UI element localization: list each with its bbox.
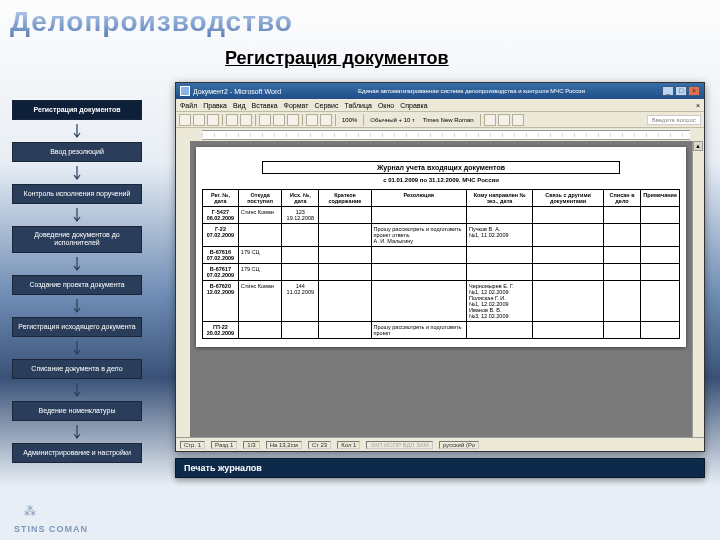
font-box[interactable]: Times New Roman: [423, 117, 474, 123]
document-area: Журнал учета входящих документов с 01.01…: [190, 141, 692, 437]
system-title: Единая автоматизированная система делопр…: [358, 88, 585, 94]
menu-view[interactable]: Вид: [233, 102, 246, 109]
table-cell: 179 СЦ: [238, 264, 282, 281]
italic-icon[interactable]: [498, 114, 510, 126]
nav-admin[interactable]: Администрирование и настройки: [12, 443, 142, 463]
close-button[interactable]: ×: [688, 86, 700, 96]
table-cell: [371, 281, 466, 322]
arrow-down-icon: [12, 162, 142, 184]
table-cell: [371, 264, 466, 281]
table-cell: [533, 207, 603, 224]
cut-icon[interactable]: [259, 114, 271, 126]
caption-bar: Печать журналов: [175, 458, 705, 478]
col-header: Краткое содержание: [319, 190, 371, 207]
word-icon: [180, 86, 190, 96]
copy-icon[interactable]: [273, 114, 285, 126]
table-cell: Пучков В. А.№1, 11.02.2009: [467, 224, 533, 247]
table-cell: [641, 264, 680, 281]
table-cell: [282, 224, 319, 247]
ruler[interactable]: [202, 130, 690, 140]
underline-icon[interactable]: [512, 114, 524, 126]
table-cell: 179 СЦ: [238, 247, 282, 264]
table-cell: [603, 224, 640, 247]
table-cell: [319, 281, 371, 322]
nav-reg-outgoing[interactable]: Регистрация исходящего документа: [12, 317, 142, 337]
register-table: Рег. №, датаОткуда поступилИсх. №, датаК…: [202, 189, 680, 339]
scroll-up-icon[interactable]: ▲: [693, 141, 703, 151]
col-header: Резолюция: [371, 190, 466, 207]
nav-create-draft[interactable]: Создание проекта документа: [12, 275, 142, 295]
table-cell: [603, 322, 640, 339]
menubar: Файл Правка Вид Вставка Формат Сервис Та…: [176, 99, 704, 112]
table-cell: Г-2207.02.2009: [203, 224, 239, 247]
page: Журнал учета входящих документов с 01.01…: [196, 147, 686, 347]
brand-label: STINS COMAN: [14, 524, 88, 534]
table-cell: [319, 247, 371, 264]
col-header: Кому направлен № экз., дата: [467, 190, 533, 207]
bold-icon[interactable]: [484, 114, 496, 126]
menu-table[interactable]: Таблица: [344, 102, 371, 109]
table-cell: [641, 247, 680, 264]
doc-subtitle: с 01.01.2009 по 31.12.2009. МЧС России: [202, 177, 680, 183]
table-cell: [533, 322, 603, 339]
table-cell: [319, 322, 371, 339]
table-row: ГП-2220.02.2009Прошу рассмотреть и подго…: [203, 322, 680, 339]
menu-help[interactable]: Справка: [400, 102, 427, 109]
table-cell: Черномырев Е. Г.№1, 12.02.2009Поляская Г…: [467, 281, 533, 322]
menu-file[interactable]: Файл: [180, 102, 197, 109]
nav-resolutions[interactable]: Ввод резолюций: [12, 142, 142, 162]
max-button[interactable]: □: [675, 86, 687, 96]
nav-deliver-docs[interactable]: Доведение документов до исполнителей: [12, 226, 142, 253]
table-cell: [533, 224, 603, 247]
table-row: В-6761607.02.2009179 СЦ: [203, 247, 680, 264]
scrollbar-vertical[interactable]: ▲: [692, 141, 704, 437]
table-cell: [282, 247, 319, 264]
nav-nomenclature[interactable]: Ведение номенклатуры: [12, 401, 142, 421]
status-line: Ст 23: [308, 441, 331, 449]
table-cell: [533, 264, 603, 281]
window-title: Документ2 - Microsoft Word: [193, 88, 281, 95]
table-cell: [533, 281, 603, 322]
nav-control-exec[interactable]: Контроль исполнения поручений: [12, 184, 142, 204]
table-cell: [467, 264, 533, 281]
menu-edit[interactable]: Правка: [203, 102, 227, 109]
table-row: В-6762012.02.2009Стинс Коман14411.02.200…: [203, 281, 680, 322]
arrow-down-icon: [12, 421, 142, 443]
print-icon[interactable]: [226, 114, 238, 126]
table-cell: Г-542706.02.2009: [203, 207, 239, 224]
status-pages: 1/3: [243, 441, 259, 449]
nav-writeoff[interactable]: Списание документа в дело: [12, 359, 142, 379]
style-box[interactable]: Обычный + 10 т: [370, 117, 414, 123]
menu-insert[interactable]: Вставка: [252, 102, 278, 109]
arrow-down-icon: [12, 120, 142, 142]
col-header: Рег. №, дата: [203, 190, 239, 207]
table-cell: [319, 207, 371, 224]
save-icon[interactable]: [207, 114, 219, 126]
table-row: Г-2207.02.2009Прошу рассмотреть и подгот…: [203, 224, 680, 247]
table-cell: Стинс Коман: [238, 281, 282, 322]
caption-text: Печать журналов: [184, 463, 262, 473]
menu-close-icon[interactable]: ×: [696, 102, 700, 109]
titlebar: Документ2 - Microsoft Word Единая автома…: [176, 83, 704, 99]
new-icon[interactable]: [179, 114, 191, 126]
menu-service[interactable]: Сервис: [314, 102, 338, 109]
table-row: Г-542706.02.2009Стинс Коман12319.12.2008: [203, 207, 680, 224]
menu-format[interactable]: Формат: [284, 102, 309, 109]
min-button[interactable]: _: [662, 86, 674, 96]
nav-registration-docs[interactable]: Регистрация документов: [12, 100, 142, 120]
table-cell: Стинс Коман: [238, 207, 282, 224]
menu-window[interactable]: Окно: [378, 102, 394, 109]
status-col: Кол 1: [337, 441, 360, 449]
arrow-down-icon: [12, 204, 142, 226]
table-cell: [603, 281, 640, 322]
status-at: На 13,2см: [266, 441, 302, 449]
zoom-value[interactable]: 100%: [342, 117, 357, 123]
undo-icon[interactable]: [306, 114, 318, 126]
help-input[interactable]: Введите вопрос: [647, 115, 701, 125]
redo-icon[interactable]: [320, 114, 332, 126]
preview-icon[interactable]: [240, 114, 252, 126]
paste-icon[interactable]: [287, 114, 299, 126]
section-title: Регистрация документов: [225, 48, 449, 69]
open-icon[interactable]: [193, 114, 205, 126]
col-header: Списан в дело: [603, 190, 640, 207]
